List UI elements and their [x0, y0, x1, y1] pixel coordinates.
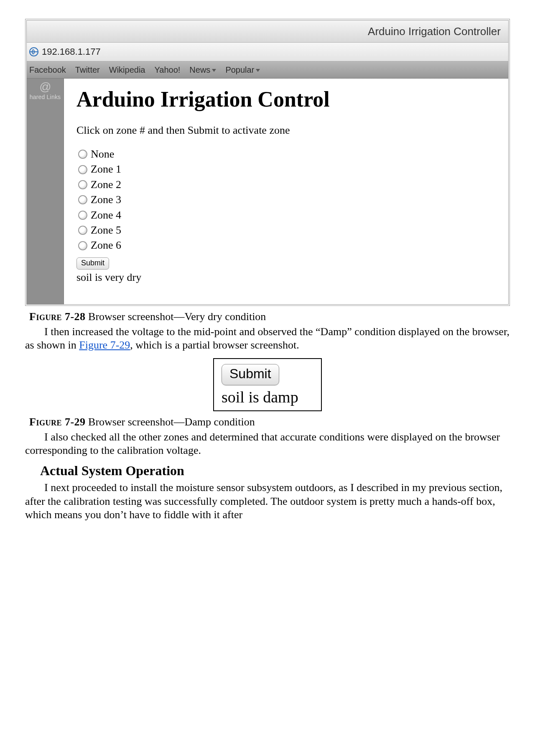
figure-7-29-link[interactable]: Figure 7-29 [79, 339, 130, 351]
radio-icon [78, 195, 87, 204]
zone-option-1[interactable]: Zone 1 [78, 162, 496, 177]
window-titlebar: Arduino Irrigation Controller [27, 20, 508, 43]
radio-icon [78, 165, 87, 174]
bookmark-facebook[interactable]: Facebook [29, 65, 66, 75]
radio-icon [78, 211, 87, 220]
bookmark-wikipedia[interactable]: Wikipedia [109, 65, 145, 75]
section-heading-actual-system-operation: Actual System Operation [40, 463, 510, 479]
soil-status-text: soil is damp [222, 388, 317, 406]
sidebar-shared-links-label: hared Links [30, 94, 61, 100]
zone-option-label: None [91, 147, 114, 162]
radio-icon [78, 150, 87, 159]
body-paragraph: I then increased the voltage to the mid-… [25, 325, 510, 352]
zone-option-label: Zone 4 [91, 208, 121, 223]
figure-7-28-browser-window: Arduino Irrigation Controller 192.168.1.… [25, 19, 510, 306]
zone-option-label: Zone 3 [91, 192, 121, 207]
page-heading: Arduino Irrigation Control [76, 87, 496, 112]
body-paragraph: I also checked all the other zones and d… [25, 430, 510, 457]
zone-option-4[interactable]: Zone 4 [78, 208, 496, 223]
chevron-down-icon [256, 69, 260, 72]
radio-icon [78, 241, 87, 250]
zone-option-6[interactable]: Zone 6 [78, 238, 496, 253]
body-paragraph: I next proceeded to install the moisture… [25, 481, 510, 522]
zone-option-label: Zone 6 [91, 238, 121, 253]
radio-icon [78, 180, 87, 189]
at-icon: @ [39, 81, 51, 93]
figure-7-28-caption: Figure 7-28 Browser screenshot—Very dry … [29, 310, 510, 323]
submit-button[interactable]: Submit [222, 364, 279, 385]
zone-option-2[interactable]: Zone 2 [78, 177, 496, 192]
zone-option-label: Zone 2 [91, 177, 121, 192]
bookmark-yahoo[interactable]: Yahoo! [154, 65, 180, 75]
submit-button[interactable]: Submit [76, 257, 109, 270]
url-text: 192.168.1.177 [42, 46, 101, 57]
zone-option-label: Zone 1 [91, 162, 121, 177]
bookmarks-bar: Facebook Twitter Wikipedia Yahoo! News P… [27, 61, 508, 79]
soil-status-text: soil is very dry [76, 271, 496, 284]
bookmark-popular[interactable]: Popular [225, 65, 260, 75]
zone-option-label: Zone 5 [91, 223, 121, 238]
figure-7-29-partial-screenshot: Submit soil is damp [213, 358, 322, 411]
chevron-down-icon [212, 69, 216, 72]
zone-option-3[interactable]: Zone 3 [78, 192, 496, 207]
radio-icon [78, 226, 87, 235]
zone-option-none[interactable]: None [78, 147, 496, 162]
page-instruction: Click on zone # and then Submit to activ… [76, 124, 496, 137]
figure-7-29-caption: Figure 7-29 Browser screenshot—Damp cond… [29, 415, 510, 429]
bookmark-twitter[interactable]: Twitter [75, 65, 100, 75]
globe-icon [29, 47, 38, 56]
zone-option-5[interactable]: Zone 5 [78, 223, 496, 238]
bookmark-news[interactable]: News [189, 65, 216, 75]
page-content: Arduino Irrigation Control Click on zone… [64, 79, 508, 304]
window-title: Arduino Irrigation Controller [368, 25, 501, 38]
browser-sidebar: @ hared Links [27, 79, 64, 304]
address-bar[interactable]: 192.168.1.177 [27, 43, 508, 61]
